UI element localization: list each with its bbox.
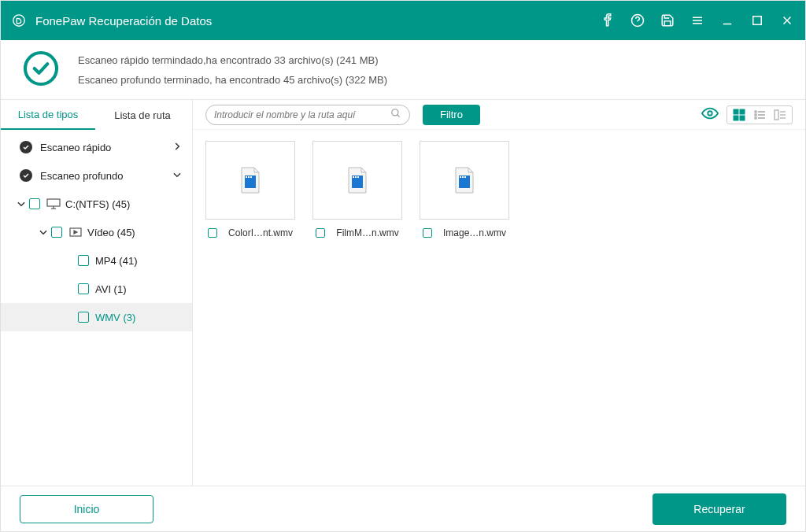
svg-point-26 bbox=[755, 117, 756, 119]
checkbox[interactable] bbox=[78, 255, 89, 266]
tree-wmv[interactable]: WMV (3) bbox=[1, 303, 192, 331]
svg-rect-10 bbox=[47, 199, 60, 206]
video-icon bbox=[68, 227, 83, 237]
svg-rect-6 bbox=[753, 17, 762, 25]
app-logo-icon bbox=[12, 13, 26, 28]
tree-label: Vídeo (45) bbox=[87, 227, 183, 238]
svg-rect-46 bbox=[464, 176, 466, 178]
file-name: ColorI…nt.wmv bbox=[228, 227, 293, 238]
tree-label: Escaneo rápido bbox=[40, 142, 172, 153]
tree-view: Escaneo rápido Escaneo profundo C:(NTFS)… bbox=[1, 130, 192, 331]
chevron-right-icon bbox=[172, 141, 183, 154]
search-field[interactable] bbox=[205, 105, 410, 125]
app-title: FonePaw Recuperación de Datos bbox=[35, 14, 212, 28]
svg-rect-20 bbox=[734, 116, 738, 120]
file-thumbnail bbox=[420, 141, 509, 220]
file-item[interactable]: ColorI…nt.wmv bbox=[204, 141, 297, 238]
file-item[interactable]: Image…n.wmv bbox=[418, 141, 511, 238]
tree-label: MP4 (41) bbox=[95, 255, 183, 267]
svg-rect-21 bbox=[740, 116, 745, 120]
chevron-down-icon bbox=[35, 227, 51, 238]
svg-rect-35 bbox=[248, 176, 250, 178]
view-detail-button[interactable] bbox=[771, 108, 789, 122]
checkbox[interactable] bbox=[78, 312, 89, 323]
drive-icon bbox=[46, 198, 61, 209]
tree-avi[interactable]: AVI (1) bbox=[1, 275, 192, 303]
search-icon bbox=[390, 108, 401, 122]
file-name: Image…n.wmv bbox=[443, 227, 506, 238]
recover-button[interactable]: Recuperar bbox=[653, 493, 786, 525]
checkbox[interactable] bbox=[29, 198, 40, 209]
checkbox[interactable] bbox=[316, 228, 325, 238]
file-name: FilmM…n.wmv bbox=[336, 227, 398, 238]
svg-rect-42 bbox=[459, 179, 470, 188]
tree-label: WMV (3) bbox=[95, 312, 183, 323]
files-grid: ColorI…nt.wmv FilmM…n.wmv bbox=[193, 130, 805, 249]
svg-rect-19 bbox=[740, 109, 745, 114]
checkbox[interactable] bbox=[51, 227, 62, 238]
tree-quick-scan[interactable]: Escaneo rápido bbox=[1, 133, 192, 161]
svg-rect-40 bbox=[355, 176, 357, 178]
title-bar: FonePaw Recuperación de Datos bbox=[1, 1, 805, 40]
checkbox[interactable] bbox=[423, 228, 432, 238]
svg-rect-41 bbox=[357, 176, 359, 178]
svg-point-24 bbox=[755, 114, 756, 116]
scan-complete-icon bbox=[21, 49, 61, 91]
chevron-down-icon bbox=[13, 198, 29, 209]
bullet-icon bbox=[20, 169, 32, 182]
svg-rect-18 bbox=[734, 109, 738, 114]
filter-button[interactable]: Filtro bbox=[423, 105, 480, 125]
tab-types[interactable]: Lista de tipos bbox=[1, 100, 95, 130]
svg-rect-37 bbox=[352, 179, 363, 188]
svg-rect-28 bbox=[775, 110, 778, 120]
tree-video[interactable]: Vídeo (45) bbox=[1, 218, 192, 246]
svg-point-9 bbox=[25, 53, 57, 84]
svg-point-22 bbox=[755, 111, 756, 113]
tab-path[interactable]: Lista de ruta bbox=[95, 100, 190, 130]
tree-label: Escaneo profundo bbox=[40, 170, 172, 182]
sidebar: Lista de tipos Lista de ruta Escaneo ráp… bbox=[1, 100, 193, 486]
svg-rect-34 bbox=[246, 176, 247, 178]
home-button[interactable]: Inicio bbox=[20, 495, 153, 523]
save-icon[interactable] bbox=[660, 13, 675, 28]
tree-mp4[interactable]: MP4 (41) bbox=[1, 246, 192, 275]
content-area: Filtro bbox=[193, 100, 805, 486]
svg-rect-45 bbox=[462, 176, 464, 178]
help-icon[interactable] bbox=[630, 13, 645, 28]
minimize-button[interactable] bbox=[720, 13, 734, 28]
sidebar-tabs: Lista de tipos Lista de ruta bbox=[1, 100, 192, 130]
checkbox[interactable] bbox=[78, 283, 89, 294]
facebook-icon[interactable] bbox=[601, 13, 615, 28]
status-bar: Escaneo rápido termindado,ha encontrado … bbox=[1, 40, 805, 100]
svg-rect-39 bbox=[353, 176, 354, 178]
svg-point-0 bbox=[13, 15, 24, 26]
file-thumbnail bbox=[312, 141, 402, 220]
search-input[interactable] bbox=[214, 109, 390, 120]
file-thumbnail bbox=[205, 141, 295, 220]
svg-marker-14 bbox=[74, 231, 77, 234]
app-window: FonePaw Recuperación de Datos Escaneo rá… bbox=[0, 0, 806, 532]
svg-rect-32 bbox=[245, 179, 256, 188]
tree-deep-scan[interactable]: Escaneo profundo bbox=[1, 161, 192, 190]
svg-point-15 bbox=[392, 109, 398, 115]
bullet-icon bbox=[20, 141, 32, 153]
checkbox[interactable] bbox=[208, 228, 217, 238]
view-list-button[interactable] bbox=[751, 108, 768, 122]
view-mode-group bbox=[727, 105, 793, 124]
svg-rect-36 bbox=[250, 176, 252, 178]
svg-line-16 bbox=[397, 114, 400, 116]
tree-label: AVI (1) bbox=[95, 283, 183, 295]
view-grid-button[interactable] bbox=[730, 108, 748, 122]
status-line-deep: Escaneo profundo terminado, ha encontrad… bbox=[78, 74, 387, 86]
footer: Inicio Recuperar bbox=[1, 486, 805, 531]
maximize-button[interactable] bbox=[750, 13, 764, 28]
close-button[interactable] bbox=[780, 13, 794, 28]
svg-rect-44 bbox=[460, 176, 461, 178]
tree-drive[interactable]: C:(NTFS) (45) bbox=[1, 190, 192, 218]
preview-icon[interactable] bbox=[701, 105, 719, 125]
svg-point-17 bbox=[708, 111, 712, 116]
file-item[interactable]: FilmM…n.wmv bbox=[311, 141, 404, 238]
status-line-quick: Escaneo rápido termindado,ha encontrado … bbox=[78, 54, 387, 66]
chevron-down-icon bbox=[172, 169, 183, 183]
menu-icon[interactable] bbox=[690, 13, 704, 28]
